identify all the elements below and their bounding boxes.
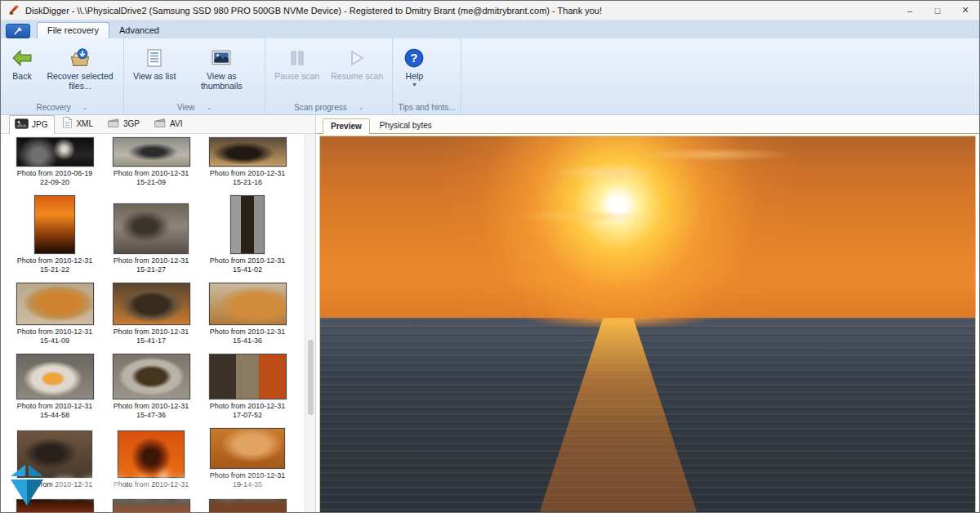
help-button[interactable]: ?Help▼ — [396, 42, 432, 102]
recovered-file-item[interactable] — [16, 497, 94, 513]
file-thumbnail[interactable] — [230, 195, 265, 254]
ribbon-group-label: View⌄ — [124, 102, 265, 114]
filter-tab-xml[interactable]: XML — [56, 114, 100, 133]
recovered-file-item[interactable]: Photo from 2010-12-3115-44-58 — [16, 354, 94, 420]
button-label: View as thumbnails — [187, 71, 256, 91]
recovered-file-item[interactable] — [112, 497, 190, 513]
close-button[interactable]: ✕ — [951, 1, 979, 20]
file-thumbnail[interactable] — [210, 428, 285, 469]
ribbon-group-label: Tips and hints... — [393, 102, 460, 114]
window-controls: – □ ✕ — [896, 1, 979, 20]
window-title: DiskDigger - \\.\PhysicalDrive2 (Samsung… — [25, 6, 896, 16]
file-caption: Photo from 2010-12-3115-41-02 — [210, 256, 286, 274]
sunset-sea — [320, 318, 975, 513]
ribbon-group-label: Scan progress⌄ — [265, 102, 392, 114]
file-thumbnail[interactable] — [34, 195, 75, 254]
ribbon-tabs: File recoveryAdvanced — [37, 22, 169, 38]
button-label: Resume scan — [331, 71, 383, 81]
recovered-file-item[interactable]: Photo from 2010-12-3119-14-35 — [208, 428, 287, 489]
file-thumbnail[interactable] — [17, 430, 92, 478]
preview-image — [319, 136, 976, 513]
file-thumbnail[interactable] — [113, 499, 190, 513]
file-thumbnail[interactable] — [209, 354, 287, 399]
maximize-button[interactable]: □ — [924, 1, 951, 20]
chevron-down-icon[interactable]: ⌄ — [359, 104, 364, 111]
diskdigger-logo-icon — [7, 4, 20, 16]
file-thumbnail[interactable] — [209, 499, 287, 513]
file-caption: Photo from 2010-12-3115-41-09 — [17, 328, 93, 346]
file-thumbnail[interactable] — [16, 137, 94, 167]
svg-text:?: ? — [411, 51, 418, 65]
recovered-file-item[interactable]: Photo from 2010-12-3115-41-02 — [208, 195, 287, 274]
file-thumbnail[interactable] — [113, 354, 190, 399]
filter-tab-avi[interactable]: AVI — [149, 114, 189, 133]
filter-tab-3gp[interactable]: 3GP — [102, 114, 147, 133]
recovered-file-item[interactable]: Photo from 2010-12-3115-47-36 — [112, 354, 190, 420]
ribbon-group-label: Recovery⌄ — [1, 102, 123, 114]
minimize-button[interactable]: – — [896, 1, 924, 20]
recovered-file-item[interactable]: Photo from 2010-06-1922-09-20 — [16, 137, 94, 187]
sunset-sky — [320, 136, 975, 318]
recovered-file-item[interactable]: Photo from 2010-12-3117-07-52 — [208, 354, 287, 420]
file-caption: Photo from 2010-12-31 — [114, 480, 189, 489]
help-icon: ? — [403, 45, 425, 71]
ribbon-tab-file-recovery[interactable]: File recovery — [37, 22, 109, 38]
pause-icon — [288, 45, 306, 71]
file-caption: Photo from 2010-12-3115-21-09 — [114, 169, 189, 187]
ribbon-group-view: View as listView as thumbnailsView⌄ — [124, 38, 265, 114]
recovered-file-item[interactable]: Photo from 2010-12-3115-21-16 — [208, 137, 287, 187]
recover-selected-files-button[interactable]: Recover selected files... — [40, 42, 120, 102]
film-icon — [108, 118, 120, 130]
app-menu-button[interactable] — [6, 24, 30, 38]
back-button[interactable]: Back — [4, 42, 40, 102]
sun-reflection — [524, 318, 712, 513]
thumbnails-view-icon — [210, 45, 233, 71]
image-icon — [15, 118, 29, 131]
title-bar: DiskDigger - \\.\PhysicalDrive2 (Samsung… — [1, 1, 979, 20]
document-icon — [62, 117, 73, 130]
file-thumbnail[interactable] — [113, 283, 190, 325]
recovered-file-item[interactable]: Photo from 2010-12-31 — [112, 428, 190, 489]
button-label: Recover selected files... — [46, 71, 114, 91]
vertical-scrollbar[interactable] — [305, 134, 315, 513]
filter-tab-jpg[interactable]: JPG — [9, 115, 55, 134]
file-thumbnail[interactable] — [209, 137, 287, 167]
file-type-filter-tabs: JPGXML3GPAVI — [1, 115, 315, 134]
ribbon-tab-advanced[interactable]: Advanced — [109, 23, 169, 38]
recovered-file-item[interactable] — [208, 497, 287, 513]
file-caption: Photo from 2010-12-3119-14-35 — [210, 471, 286, 489]
button-label: View as list — [133, 71, 176, 81]
ribbon-group-tips-and-hints-: ?Help▼Tips and hints... — [393, 38, 461, 114]
recovered-file-item[interactable]: Photo from 2010-12-3115-21-22 — [16, 195, 94, 274]
back-arrow-icon — [11, 45, 33, 71]
view-as-thumbnails-button[interactable]: View as thumbnails — [181, 42, 261, 102]
scrollbar-thumb[interactable] — [308, 340, 314, 415]
file-thumbnail[interactable] — [118, 430, 185, 478]
resume-scan-button: Resume scan — [325, 42, 389, 102]
chevron-down-icon[interactable]: ⌄ — [207, 104, 212, 111]
tab-preview[interactable]: Preview — [323, 118, 370, 134]
recovered-file-item[interactable]: Photo from 2010-12-3115-41-36 — [208, 283, 287, 346]
view-as-list-button[interactable]: View as list — [127, 42, 181, 102]
list-view-icon — [145, 45, 164, 71]
chevron-down-icon[interactable]: ⌄ — [82, 104, 88, 111]
file-thumbnail[interactable] — [113, 137, 190, 167]
recovered-file-item[interactable]: Photo from 2010-12-3115-41-09 — [16, 283, 94, 346]
recovered-file-item[interactable]: Photo from 2010-12-3115-41-17 — [112, 283, 190, 346]
recovered-file-item[interactable]: Photo from 2010-12-3115-21-27 — [112, 195, 190, 274]
file-caption: Photo from 2010-12-3115-41-36 — [210, 328, 286, 346]
file-thumbnail[interactable] — [16, 499, 94, 513]
file-thumbnail[interactable] — [16, 283, 94, 325]
tab-physical-bytes[interactable]: Physical bytes — [372, 118, 440, 133]
film-icon — [154, 118, 167, 130]
ribbon-toolbar: BackRecover selected files...Recovery⌄Vi… — [1, 38, 979, 115]
file-thumbnail[interactable] — [16, 354, 94, 399]
recovered-file-item[interactable]: Photo from 2010-12-3115-21-09 — [112, 137, 190, 187]
thumbnail-list[interactable]: Photo from 2010-06-1922-09-20Photo from … — [1, 134, 315, 513]
shovel-icon — [13, 26, 23, 36]
file-caption: Photo from 2010-12-3115-21-27 — [114, 256, 189, 274]
recovered-file-item[interactable]: Photo from 2010-12-31 — [16, 428, 94, 489]
recover-files-icon — [68, 45, 92, 71]
file-thumbnail[interactable] — [209, 283, 287, 325]
file-thumbnail[interactable] — [114, 203, 189, 254]
